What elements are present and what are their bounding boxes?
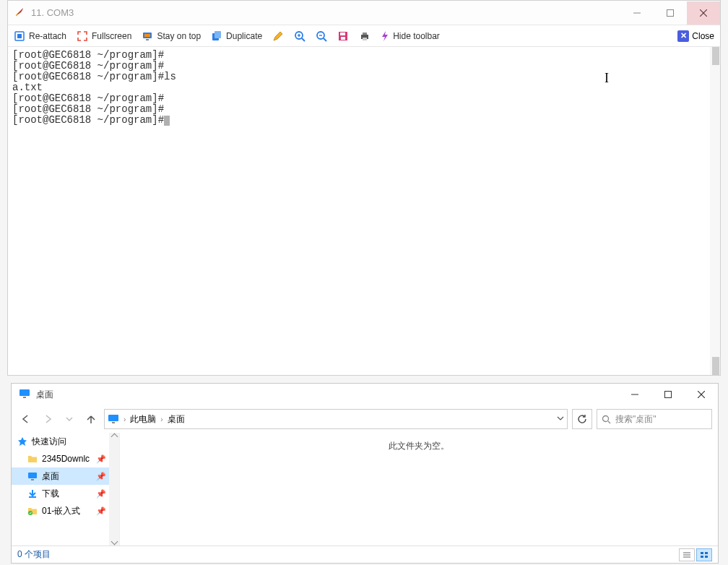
chevron-right-icon: ›	[160, 415, 162, 423]
sidebar-item-desktop[interactable]: 桌面 📌	[12, 467, 119, 485]
icons-view-button[interactable]	[696, 548, 712, 561]
sidebar-scrollbar[interactable]	[109, 433, 119, 545]
close-label: Close	[692, 31, 714, 41]
svg-rect-6	[17, 34, 22, 38]
empty-folder-text: 此文件夹为空。	[389, 440, 449, 452]
recent-dropdown[interactable]	[61, 410, 78, 428]
print-button[interactable]	[359, 30, 370, 42]
terminal-line: [root@GEC6818 ~/program]#ls	[12, 72, 716, 82]
text-cursor-icon: I	[604, 73, 609, 84]
maximize-button[interactable]	[654, 1, 687, 25]
breadcrumb-segment[interactable]: 此电脑	[130, 413, 156, 426]
svg-rect-45	[705, 556, 708, 558]
refresh-button[interactable]	[572, 409, 592, 429]
search-placeholder: 搜索"桌面"	[615, 413, 656, 426]
hide-toolbar-label: Hide toolbar	[393, 31, 440, 41]
details-view-button[interactable]	[679, 548, 695, 561]
svg-rect-35	[28, 473, 37, 478]
status-bar: 0 个项目	[12, 545, 718, 563]
hide-toolbar-button[interactable]: Hide toolbar	[381, 30, 440, 42]
scrollbar-thumb[interactable]	[712, 47, 719, 65]
up-button[interactable]	[82, 410, 100, 428]
window-controls	[620, 1, 720, 25]
breadcrumb-segment[interactable]: 桌面	[168, 413, 185, 426]
star-icon	[17, 436, 27, 447]
minimize-button[interactable]	[620, 1, 654, 25]
svg-rect-25	[20, 389, 30, 396]
toolbar: Re-attach Fullscreen Stay on top Duplica…	[8, 25, 720, 47]
sidebar-item-label: 2345Downlc	[42, 454, 90, 464]
stay-on-top-button[interactable]: Stay on top	[142, 30, 201, 42]
sidebar-item-downloads[interactable]: 下载 📌	[12, 485, 119, 502]
sidebar-item-downloads-2345[interactable]: 2345Downlc 📌	[12, 450, 119, 467]
scrollbar[interactable]	[710, 47, 720, 375]
svg-rect-23	[363, 33, 367, 35]
download-icon	[27, 488, 38, 499]
search-icon	[602, 415, 611, 424]
close-tab-button[interactable]: ✕ Close	[677, 30, 714, 42]
svg-line-17	[324, 38, 326, 41]
reattach-icon	[14, 30, 25, 42]
monitor-icon	[108, 414, 119, 424]
titlebar[interactable]: 11. COM3	[8, 1, 720, 25]
sidebar-item-label: 下载	[42, 488, 59, 500]
explorer-body: 快速访问 2345Downlc 📌 桌面 📌 下载 📌 01-嵌入式 📌	[12, 433, 718, 545]
chevron-right-icon: ›	[124, 415, 126, 423]
maximize-button[interactable]	[651, 383, 685, 406]
svg-rect-36	[31, 479, 34, 480]
explorer-navbar: › 此电脑 › 桌面 搜索"桌面"	[12, 405, 718, 433]
fullscreen-icon	[77, 30, 88, 42]
close-window-button[interactable]	[687, 1, 720, 25]
duplicate-button[interactable]: Duplicate	[211, 30, 262, 42]
sidebar-header-label: 快速访问	[32, 436, 66, 448]
svg-rect-11	[214, 31, 221, 38]
explorer-window: 桌面 › 此电脑 › 桌面 搜索"桌面"	[11, 383, 719, 564]
terminal-line: [root@GEC6818 ~/program]#	[12, 61, 716, 72]
edit-button[interactable]	[272, 30, 284, 42]
sidebar-item-embedded[interactable]: 01-嵌入式 📌	[12, 502, 119, 519]
terminal-window: 11. COM3 Re-attach Fullscreen Stay on to…	[7, 0, 721, 376]
printer-icon	[359, 30, 370, 42]
search-input[interactable]: 搜索"桌面"	[597, 409, 712, 429]
sidebar-header-quick-access[interactable]: 快速访问	[12, 433, 119, 450]
window-controls	[618, 383, 718, 406]
stay-on-top-label: Stay on top	[157, 31, 201, 41]
duplicate-icon	[211, 30, 222, 42]
close-window-button[interactable]	[685, 383, 718, 406]
pin-icon: 📌	[96, 454, 106, 464]
x-icon: ✕	[677, 30, 689, 42]
chevron-down-icon[interactable]	[557, 414, 564, 424]
svg-rect-24	[363, 38, 367, 40]
terminal-line: [root@GEC6818 ~/program]#	[12, 50, 716, 61]
address-bar[interactable]: › 此电脑 › 桌面	[104, 409, 568, 429]
zoom-in-icon	[294, 30, 306, 42]
fullscreen-button[interactable]: Fullscreen	[77, 30, 131, 42]
view-switcher	[679, 548, 712, 561]
floppy-icon	[337, 30, 349, 42]
minimize-button[interactable]	[618, 383, 651, 406]
sidebar-item-label: 01-嵌入式	[42, 505, 80, 517]
svg-rect-2	[667, 9, 674, 16]
zoom-in-button[interactable]	[294, 30, 306, 42]
terminal-pane[interactable]: [root@GEC6818 ~/program]# [root@GEC6818 …	[8, 47, 720, 375]
forward-button[interactable]	[39, 410, 56, 428]
terminal-cursor	[164, 116, 170, 126]
reattach-button[interactable]: Re-attach	[14, 30, 66, 42]
svg-rect-42	[701, 552, 703, 554]
back-button[interactable]	[17, 410, 35, 428]
content-pane[interactable]: 此文件夹为空。	[120, 433, 718, 545]
folder-icon	[27, 454, 38, 463]
terminal-line: [root@GEC6818 ~/program]#	[12, 104, 716, 115]
pin-icon: 📌	[96, 472, 106, 481]
svg-rect-26	[23, 397, 26, 398]
scrollbar-thumb[interactable]	[712, 357, 719, 375]
zoom-out-button[interactable]	[316, 30, 327, 42]
explorer-titlebar[interactable]: 桌面	[12, 384, 718, 405]
pin-icon: 📌	[96, 506, 106, 516]
svg-point-33	[603, 415, 609, 421]
rocket-icon	[14, 6, 25, 20]
save-button[interactable]	[337, 30, 349, 42]
svg-point-0	[16, 14, 17, 16]
svg-rect-21	[341, 37, 345, 40]
window-title: 11. COM3	[31, 7, 620, 18]
